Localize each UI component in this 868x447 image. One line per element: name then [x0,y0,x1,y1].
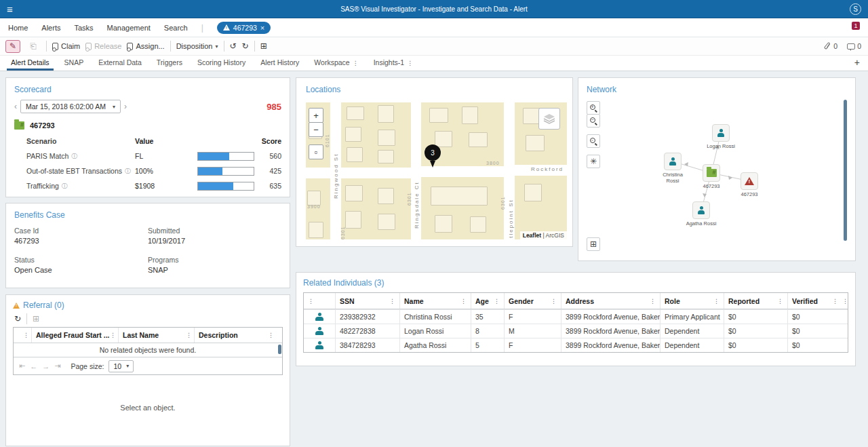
table-row[interactable]: 482272838 Logan Rossi 8 M 3899 Rockford … [304,324,848,338]
col-age[interactable]: Age⋮ [471,293,504,309]
map-building [378,150,394,163]
scorecard-entity-id[interactable]: 467293 [30,121,55,130]
refresh-icon[interactable]: ↻ [14,315,21,323]
layout-grid-button[interactable]: ⊞ [260,42,267,50]
table-row[interactable]: 384728293 Agatha Rossi 5 F 3899 Rockford… [304,338,848,352]
prev-date-button[interactable]: ‹ [14,102,17,111]
network-zoom-fit-button[interactable]: ▫ [587,134,600,148]
network-layout-button[interactable]: ✳ [587,155,600,168]
page-prev-button[interactable]: ← [30,362,37,370]
next-date-button[interactable]: › [124,102,127,111]
network-node-alert[interactable]: 467293 [733,172,766,197]
map[interactable]: Ringwood St Ringsdale Ct Rockford ttlepo… [302,102,567,239]
disposition-dropdown[interactable]: Disposition ▾ [176,42,218,50]
network-node-agatha[interactable]: Agatha Rossi [685,201,717,227]
network-node-logan[interactable]: Logan Rossi [705,124,737,149]
tab-workspace[interactable]: Workspace⋮ [307,56,365,71]
network-scrollbar[interactable] [844,100,847,241]
tab-scoring-history[interactable]: Scoring History [191,56,252,71]
col-alleged-fraud-start[interactable]: Alleged Fraud Start ...⋮ [31,328,118,343]
table-row[interactable]: 239382932 Christina Rossi 35 F 3899 Rock… [304,309,848,324]
related-individuals-title[interactable]: Related Individuals (3) [303,278,848,288]
map-layers-button[interactable] [538,108,560,130]
leaflet-credit[interactable]: Leaflet [523,232,541,239]
edit-mode-button[interactable]: ✎ [5,40,20,53]
col-verified[interactable]: Verified⋮ [787,293,842,309]
refresh-button[interactable]: ↻ [242,42,249,50]
map-marker[interactable]: 3 [425,144,441,168]
page-size-select[interactable]: 10 ▾ [108,360,134,372]
add-tab-button[interactable]: + [854,57,860,68]
kebab-menu-icon[interactable]: ⋮ [308,298,314,305]
release-button[interactable]: Release [85,42,121,50]
page-last-button[interactable]: ⇥ [54,362,60,370]
scorecard-title[interactable]: Scorecard [14,85,281,94]
nav-management[interactable]: Management [107,24,151,32]
map-building [435,215,452,233]
network-node-case[interactable]: 467293 [695,164,728,189]
info-icon[interactable]: ⓘ [62,182,68,191]
referral-title[interactable]: Referral (0) [23,300,64,310]
kebab-menu-icon[interactable]: ⋮ [186,332,192,338]
col-gender[interactable]: Gender⋮ [504,293,561,309]
kebab-menu-icon[interactable]: ⋮ [268,332,274,338]
nav-search[interactable]: Search [164,24,188,32]
tab-external-data[interactable]: External Data [92,56,149,71]
network-legend-button[interactable]: ⊞ [587,237,600,251]
score-bar [197,152,254,161]
nav-tasks[interactable]: Tasks [74,24,93,32]
map-zoom-out-button[interactable]: − [309,122,323,137]
user-avatar[interactable]: S [850,3,861,15]
tab-triggers[interactable]: Triggers [150,56,189,71]
clipboard-button[interactable]: ⎗ [26,40,41,53]
network-node-christina[interactable]: Christina Rossi [656,153,689,184]
scenario-row[interactable]: Out-of-state EBT Transactionsⓘ 100% 425 [14,163,281,178]
tab-alert-details[interactable]: Alert Details [4,56,56,71]
case-icon [14,121,24,130]
benefits-case-title[interactable]: Benefits Case [14,210,281,220]
notification-badge[interactable]: 1 [852,22,860,30]
page-first-button[interactable]: ⇤ [19,362,25,370]
map-zoom-in-button[interactable]: + [309,108,323,123]
col-address[interactable]: Address⋮ [561,293,660,309]
page-next-button[interactable]: → [42,362,50,370]
nav-alerts[interactable]: Alerts [41,24,60,32]
kebab-menu-icon[interactable]: ⋮ [110,332,116,338]
grid-icon[interactable]: ⊞ [33,315,39,323]
claim-button[interactable]: Claim [52,42,80,50]
history-button[interactable]: ↺ [230,42,237,50]
col-description[interactable]: Description⋮ [194,328,276,343]
locations-title[interactable]: Locations [306,85,567,94]
info-icon[interactable]: ⓘ [125,167,131,176]
kebab-menu-icon[interactable]: ⋮ [23,332,29,338]
close-icon[interactable]: × [260,24,264,32]
marker-tail [430,161,435,168]
nav-home[interactable]: Home [8,24,28,32]
col-ssn[interactable]: SSN⋮ [335,293,399,309]
table-scrollbar[interactable] [278,345,281,354]
info-icon[interactable]: ⓘ [71,152,77,161]
map-select-area-button[interactable]: ▫ [309,144,323,159]
col-name[interactable]: Name⋮ [399,293,471,309]
score-date-select[interactable]: Mar 15, 2018 6:02:00 AM ▾ [20,100,121,113]
kebab-menu-icon[interactable]: ⋮ [407,60,413,66]
score-date-value: Mar 15, 2018 6:02:00 AM [26,102,106,111]
scenario-row[interactable]: Traffickingⓘ $1908 635 [14,178,281,193]
network-zoom-in-button[interactable]: + [587,101,600,115]
kebab-menu-icon[interactable]: ⋮ [353,60,359,66]
col-reported[interactable]: Reported⋮ [724,293,787,309]
tab-alert-history[interactable]: Alert History [254,56,306,71]
attachments-button[interactable]: 0 [824,42,837,50]
scorecard-panel: Scorecard ‹ Mar 15, 2018 6:02:00 AM ▾ › … [5,77,290,197]
col-last-name[interactable]: Last Name⋮ [118,328,194,343]
tab-insights-1[interactable]: Insights-1⋮ [367,56,420,71]
col-role[interactable]: Role⋮ [660,293,724,309]
scenario-row[interactable]: PARIS Matchⓘ FL 560 [14,149,281,163]
assign-button[interactable]: Assign... [127,42,164,50]
network-zoom-out-button[interactable]: − [587,114,600,128]
arcgis-credit[interactable]: ArcGIS [546,232,564,239]
comments-button[interactable]: 0 [847,42,861,50]
tab-snap[interactable]: SNAP [58,56,91,71]
node-label: 467293 [733,191,766,197]
open-alert-pill[interactable]: 467293 × [217,22,271,34]
